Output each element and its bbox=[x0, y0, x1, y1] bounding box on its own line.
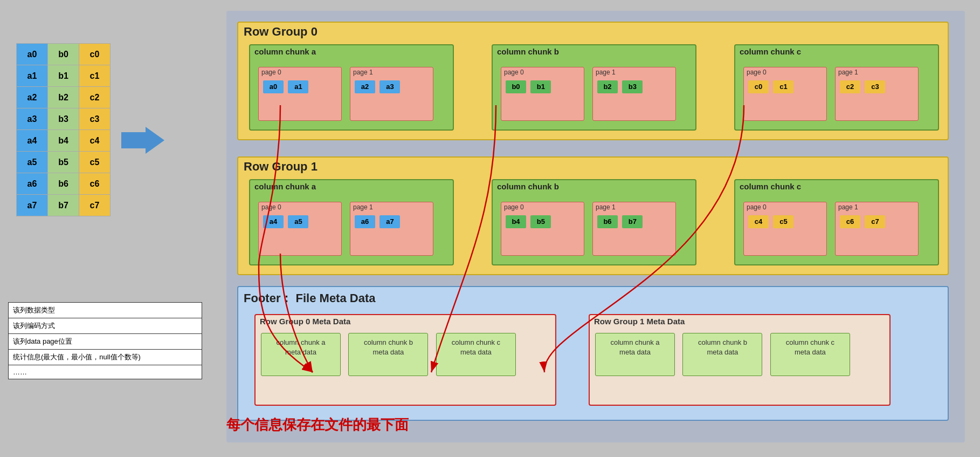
meta-chunk-c-rg0: column chunk cmeta data bbox=[436, 333, 516, 376]
svg-marker-0 bbox=[121, 127, 164, 154]
meta-chunk-a-rg1: column chunk ameta data bbox=[595, 333, 675, 376]
cell-c2: c2 bbox=[840, 80, 860, 93]
page0-b-rg0: page 0 b0 b1 bbox=[501, 67, 584, 121]
meta-rg0-label: Row Group 0 Meta Data bbox=[256, 315, 555, 328]
cell-b3: b3 bbox=[622, 80, 643, 93]
page1-c-rg0: page 1 c2 c3 bbox=[835, 67, 919, 121]
cell-b7: b7 bbox=[622, 215, 643, 228]
row-group-0-label: Row Group 0 bbox=[238, 23, 948, 41]
cell-a1: a1 bbox=[288, 80, 308, 93]
cell-c3: c3 bbox=[865, 80, 885, 93]
cell-a1: a1 bbox=[17, 65, 48, 87]
meta-chunk-a-rg0: column chunk ameta data bbox=[261, 333, 341, 376]
cell-c1: c1 bbox=[773, 80, 793, 93]
cell-b3: b3 bbox=[48, 108, 79, 130]
page0-c-rg1: page 0 c4 c5 bbox=[743, 202, 827, 256]
legend-row: 统计信息(最大值，最小值，null值个数等) bbox=[9, 350, 202, 365]
row-group-1: Row Group 1 column chunk a page 0 a4 a5 … bbox=[237, 156, 949, 275]
left-data-table: a0b0c0a1b1c1a2b2c2a3b3c3a4b4c4a5b5c5a6b6… bbox=[16, 43, 111, 216]
col-chunk-c-rg0-label: column chunk c bbox=[735, 45, 938, 58]
legend-row: 该列编码方式 bbox=[9, 318, 202, 334]
col-chunk-a-rg0-label: column chunk a bbox=[250, 45, 453, 58]
cell-a3: a3 bbox=[17, 108, 48, 130]
meta-chunk-b-rg1: column chunk bmeta data bbox=[682, 333, 762, 376]
cell-c7: c7 bbox=[865, 215, 885, 228]
legend-box: 该列数据类型该列编码方式该列data page位置统计信息(最大值，最小值，nu… bbox=[8, 302, 202, 379]
meta-rg0: Row Group 0 Meta Data column chunk ameta… bbox=[254, 314, 556, 406]
cell-c0: c0 bbox=[748, 80, 769, 93]
cell-b4: b4 bbox=[48, 130, 79, 152]
row-group-0: Row Group 0 column chunk a page 0 a0 a1 … bbox=[237, 22, 949, 140]
cell-b0: b0 bbox=[48, 44, 79, 65]
cell-c7: c7 bbox=[79, 195, 111, 216]
cell-c3: c3 bbox=[79, 108, 111, 130]
page1-b-rg0: page 1 b2 b3 bbox=[592, 67, 676, 121]
col-chunk-a-rg1: column chunk a page 0 a4 a5 page 1 a6 a7 bbox=[249, 179, 454, 265]
cell-a0: a0 bbox=[17, 44, 48, 65]
arrow-icon bbox=[121, 124, 164, 156]
page1-a-rg0: page 1 a2 a3 bbox=[350, 67, 433, 121]
cell-a0: a0 bbox=[263, 80, 284, 93]
cell-b1: b1 bbox=[48, 65, 79, 87]
cell-b2: b2 bbox=[597, 80, 618, 93]
legend-row: 该列data page位置 bbox=[9, 334, 202, 350]
cell-b4: b4 bbox=[506, 215, 526, 228]
cell-a6: a6 bbox=[355, 215, 375, 228]
main-diagram: Row Group 0 column chunk a page 0 a0 a1 … bbox=[226, 11, 965, 442]
meta-chunk-c-rg1: column chunk cmeta data bbox=[770, 333, 850, 376]
cell-c4: c4 bbox=[79, 130, 111, 152]
chinese-note: 每个信息保存在文件的最下面 bbox=[226, 415, 409, 434]
cell-a5: a5 bbox=[288, 215, 308, 228]
cell-c2: c2 bbox=[79, 87, 111, 108]
cell-a4: a4 bbox=[17, 130, 48, 152]
cell-b5: b5 bbox=[48, 152, 79, 173]
cell-a4: a4 bbox=[263, 215, 284, 228]
col-chunk-b-rg0: column chunk b page 0 b0 b1 page 1 b2 b3 bbox=[492, 44, 696, 131]
cell-a7: a7 bbox=[17, 195, 48, 216]
cell-b1: b1 bbox=[530, 80, 551, 93]
row-group-1-label: Row Group 1 bbox=[238, 158, 948, 176]
cell-c0: c0 bbox=[79, 44, 111, 65]
cell-c6: c6 bbox=[79, 173, 111, 195]
cell-a7: a7 bbox=[379, 215, 400, 228]
legend-row: 该列数据类型 bbox=[9, 303, 202, 318]
cell-b6: b6 bbox=[597, 215, 618, 228]
page0-b-rg1: page 0 b4 b5 bbox=[501, 202, 584, 256]
page0-a-rg0: page 0 a0 a1 bbox=[258, 67, 342, 121]
cell-c5: c5 bbox=[773, 215, 793, 228]
cell-c4: c4 bbox=[748, 215, 769, 228]
cell-b0: b0 bbox=[506, 80, 526, 93]
footer-label: Footer： File Meta Data bbox=[238, 287, 948, 310]
cell-a3: a3 bbox=[379, 80, 400, 93]
cell-a5: a5 bbox=[17, 152, 48, 173]
col-chunk-c-rg0: column chunk c page 0 c0 c1 page 1 c2 c3 bbox=[734, 44, 939, 131]
cell-c5: c5 bbox=[79, 152, 111, 173]
page1-a-rg1: page 1 a6 a7 bbox=[350, 202, 433, 256]
cell-a2: a2 bbox=[17, 87, 48, 108]
meta-rg1-label: Row Group 1 Meta Data bbox=[590, 315, 889, 328]
cell-c6: c6 bbox=[840, 215, 860, 228]
page1-b-rg1: page 1 b6 b7 bbox=[592, 202, 676, 256]
meta-chunk-b-rg0: column chunk bmeta data bbox=[348, 333, 428, 376]
cell-a2: a2 bbox=[355, 80, 375, 93]
cell-b7: b7 bbox=[48, 195, 79, 216]
cell-b6: b6 bbox=[48, 173, 79, 195]
cell-a6: a6 bbox=[17, 173, 48, 195]
page1-c-rg1: page 1 c6 c7 bbox=[835, 202, 919, 256]
cell-b5: b5 bbox=[530, 215, 551, 228]
cell-c1: c1 bbox=[79, 65, 111, 87]
col-chunk-a-rg0: column chunk a page 0 a0 a1 page 1 a2 a3 bbox=[249, 44, 454, 131]
col-chunk-b-rg0-label: column chunk b bbox=[493, 45, 695, 58]
page0-a-rg1: page 0 a4 a5 bbox=[258, 202, 342, 256]
footer-area: Footer： File Meta Data Row Group 0 Meta … bbox=[237, 286, 949, 421]
col-chunk-c-rg1: column chunk c page 0 c4 c5 page 1 c6 c7 bbox=[734, 179, 939, 265]
page0-c-rg0: page 0 c0 c1 bbox=[743, 67, 827, 121]
legend-row: …… bbox=[9, 365, 202, 379]
meta-rg1: Row Group 1 Meta Data column chunk ameta… bbox=[589, 314, 891, 406]
cell-b2: b2 bbox=[48, 87, 79, 108]
col-chunk-b-rg1: column chunk b page 0 b4 b5 page 1 b6 b7 bbox=[492, 179, 696, 265]
